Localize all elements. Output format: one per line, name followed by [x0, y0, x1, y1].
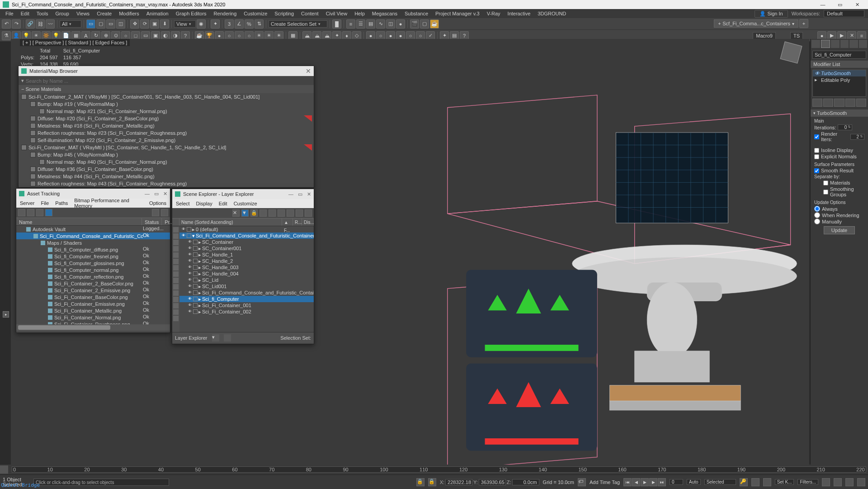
menu-rendering[interactable]: Rendering [210, 9, 241, 18]
prev-frame-button[interactable]: ◀ [632, 478, 640, 486]
material-tree-row[interactable]: Normal map: Map #21 (Sci_Fi_Container_No… [19, 108, 314, 115]
modifier-list-dropdown[interactable]: Modifier List [811, 61, 868, 68]
quixel-bridge-label[interactable]: Quixel Bridge [1, 482, 40, 488]
workspace-dropdown[interactable]: Default [824, 10, 864, 17]
named-selection-set-dropdown[interactable]: Create Selection Set [269, 20, 327, 28]
time-tag-button[interactable]: 🏷 [578, 478, 586, 486]
object-name-field[interactable]: Sci_fi_Computer [812, 51, 866, 59]
unlink-button[interactable]: ⛓ [36, 19, 45, 28]
scene-filter-icon[interactable] [173, 316, 179, 321]
menu-scripting[interactable]: Scripting [271, 9, 297, 18]
menu-graph-editors[interactable]: Graph Editors [172, 9, 210, 18]
asset-row[interactable]: Sci_Fi_Command_Console_and_Futuristic_Co… [16, 233, 170, 239]
key-button[interactable] [751, 478, 760, 486]
material-tree-row[interactable]: Reflection roughness: Map #43 (Sci_Fi_Co… [19, 180, 314, 187]
scene-filter-icon[interactable] [173, 265, 179, 271]
key-filters-button[interactable] [763, 478, 771, 486]
toggle-layer-button[interactable]: ☰ [356, 19, 365, 28]
isoline-checkbox[interactable] [814, 148, 819, 153]
ts-button[interactable]: TS [790, 32, 803, 39]
select-scale-button[interactable]: ▣ [150, 19, 159, 28]
undo-button[interactable]: ↶ [2, 19, 11, 28]
sep-smgroups-checkbox[interactable] [823, 190, 828, 195]
menu-tools[interactable]: Tools [33, 9, 52, 18]
asset-tb-btn[interactable] [161, 209, 168, 216]
current-frame-field[interactable]: 0 [670, 479, 683, 485]
material-tree-row[interactable]: Metalness: Map #44 (Sci_Fi_Container_Met… [19, 173, 314, 180]
modify-tab[interactable] [821, 40, 830, 48]
asset-row[interactable]: Sci_Fi_Container_Normal.pngOk [16, 314, 170, 321]
scene-tb-btn[interactable]: ✕ [232, 209, 240, 217]
asset-menu-file[interactable]: File [41, 200, 49, 206]
add-scene-tab-button[interactable]: + [799, 19, 808, 28]
minimize-button[interactable]: — [815, 0, 831, 9]
scene-filter-icon[interactable] [173, 240, 179, 245]
material-editor-button[interactable]: ● [396, 19, 405, 28]
asset-row[interactable]: Sci_fi_Computer_fresnel.pngOk [16, 253, 170, 260]
menu-create[interactable]: Create [93, 9, 115, 18]
time-slider[interactable]: 0102030405060708090100110120130140150160… [0, 465, 868, 475]
goto-end-button[interactable]: ⏭ [658, 478, 666, 486]
material-search-input[interactable] [26, 78, 311, 84]
ref-coord-dropdown[interactable]: View [174, 20, 196, 28]
menu-interactive[interactable]: Interactive [504, 9, 534, 18]
explicit-normals-checkbox[interactable] [814, 154, 819, 159]
asset-row[interactable]: Sci_fi_Computer_glossines.pngOk [16, 260, 170, 266]
menu-animation[interactable]: Animation [143, 9, 172, 18]
show-end-result-button[interactable] [823, 99, 833, 107]
scene-tree-row[interactable]: 👁▸SC_Handle_2❄● [179, 258, 314, 264]
scene-tb-btn[interactable] [287, 209, 294, 217]
asset-tb-btn-active[interactable] [45, 209, 52, 216]
toggle-ribbon-button[interactable]: ▤ [366, 19, 375, 28]
scene-filter-icon[interactable] [173, 303, 179, 309]
scene-tree-row[interactable]: 👁▸SC_Lid001❄● [179, 283, 314, 290]
scene-filter-icon[interactable] [173, 297, 179, 302]
redo-button[interactable]: ↷ [12, 19, 21, 28]
asset-menu-paths[interactable]: Paths [55, 200, 68, 206]
turbosmooth-rollout-header[interactable]: TurboSmooth [811, 109, 868, 117]
asset-row[interactable]: Sci_fi_Computer_diffuse.pngOk [16, 246, 170, 253]
close-button[interactable]: ✕ [849, 0, 865, 9]
scene-maximize-button[interactable]: ▭ [298, 191, 302, 197]
iterations-spinner[interactable] [838, 124, 852, 130]
scene-filter-icon[interactable] [173, 246, 179, 252]
utilities-tab[interactable] [859, 40, 868, 48]
asset-tb-btn[interactable] [27, 209, 34, 216]
menu-megascans[interactable]: Megascans [368, 9, 401, 18]
curve-editor-button[interactable]: ∿ [376, 19, 385, 28]
scene-tb-filter-button[interactable]: ▼ [241, 209, 249, 217]
menu-content[interactable]: Content [297, 9, 322, 18]
asset-tree[interactable]: Autodesk VaultLogged...Sci_Fi_Command_Co… [16, 226, 170, 324]
asset-row[interactable]: Sci_Fi_Container_Roughness.pngOk [16, 321, 170, 324]
scene-tree-row[interactable]: 👁▸SC_Handle_003❄● [179, 264, 314, 271]
material-tree-row[interactable]: Self-illumination: Map #22 (Sci_Fi_Conta… [19, 137, 314, 144]
add-time-tag-label[interactable]: Add Time Tag [590, 480, 620, 485]
selection-filter-dropdown[interactable]: All [60, 20, 81, 28]
scene-tb-btn[interactable] [278, 209, 285, 217]
create-tab[interactable] [811, 40, 820, 48]
material-tree-row[interactable]: Diffuse: Map #36 (Sci_Fi_Container_BaseC… [19, 166, 314, 173]
material-tree-row[interactable]: Metalness: Map #18 (Sci_Fi_Container_Met… [19, 122, 314, 129]
asset-row[interactable]: Sci_Fi_Container_Emissive.pngOk [16, 300, 170, 307]
render-iters-spinner[interactable] [850, 134, 864, 140]
asset-row[interactable]: Sci_Fi_Container_2_Emissive.pngOk [16, 287, 170, 294]
asset-row[interactable]: Sci_Fi_Container_Metallic.pngOk [16, 307, 170, 314]
material-tree-row[interactable]: Bump: Map #19 ( VRayNormalMap ) [19, 100, 314, 108]
selection-lock-button[interactable]: 🔒 [428, 478, 436, 486]
scene-tb-lock-button[interactable]: 🔒 [250, 209, 258, 217]
scene-tree-row[interactable]: 👁▸Sci_fi_Computer❄● [179, 296, 314, 302]
asset-row[interactable]: Sci_Fi_Container_BaseColor.pngOk [16, 294, 170, 300]
asset-menu-server[interactable]: Server [20, 200, 34, 206]
coord-z-field[interactable]: 0.0cm [512, 479, 539, 485]
scene-menu-select[interactable]: Select [176, 201, 190, 206]
bind-space-warp-button[interactable]: 〰 [46, 19, 55, 28]
asset-minimize-button[interactable]: — [145, 191, 150, 197]
scene-col-render[interactable]: R... [293, 218, 302, 226]
asset-col-name[interactable]: Name [16, 218, 142, 225]
material-tree-row[interactable]: Bump: Map #45 ( VRayNormalMap ) [19, 151, 314, 158]
asset-menu-options[interactable]: Options [149, 200, 166, 206]
key-target-dropdown[interactable]: Selected [704, 479, 736, 485]
coord-y-field[interactable]: 363930.65 [479, 479, 506, 485]
scene-tb-btn[interactable] [296, 209, 303, 217]
scene-tab[interactable]: + Scf_Fi_Comma...c_Containers ▾ [714, 19, 798, 28]
